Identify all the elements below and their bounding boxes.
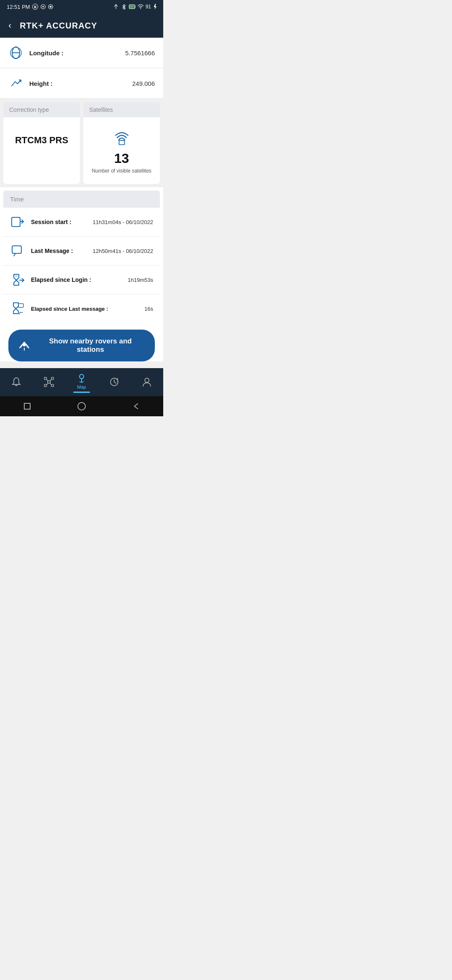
svg-rect-15 — [12, 246, 21, 253]
last-message-row: Last Message : 12h50m41s - 06/10/2022 — [3, 237, 160, 266]
session-start-icon — [10, 214, 25, 230]
time-section: Time Session start : 11h31m04s - 06/10/2… — [3, 191, 160, 323]
svg-rect-20 — [48, 381, 50, 383]
sys-square-button[interactable] — [22, 401, 32, 411]
svg-rect-8 — [130, 5, 134, 8]
satellites-header: Satellites — [83, 102, 160, 117]
sys-back-button[interactable] — [131, 401, 141, 411]
satellite-count: 13 — [114, 151, 129, 166]
height-label: Height : — [29, 80, 132, 87]
svg-rect-23 — [44, 384, 46, 387]
height-row: Height : 249.006 — [0, 68, 163, 99]
back-button[interactable]: ‹ — [8, 20, 11, 31]
height-value: 249.006 — [132, 80, 155, 87]
longitude-row: Longitude : 5.7561666 — [0, 38, 163, 68]
clock-refresh-icon — [109, 377, 120, 387]
last-message-label: Last Message : — [31, 248, 92, 254]
svg-rect-14 — [12, 217, 20, 227]
wifi-icon — [138, 4, 144, 10]
svg-rect-24 — [51, 384, 54, 387]
session-start-value: 11h31m04s - 06/10/2022 — [92, 219, 153, 225]
height-icon — [8, 76, 23, 91]
system-nav — [0, 396, 163, 416]
correction-type-header: Correction type — [3, 102, 80, 117]
correction-type-card: Correction type RTCM3 PRS — [3, 102, 80, 184]
elapsed-message-label: Elapsed since Last message : — [31, 306, 144, 312]
status-time-area: 12:51 PM — [7, 3, 54, 10]
status-bar: 12:51 PM 91 — [0, 0, 163, 13]
status-time: 12:51 PM — [7, 4, 30, 10]
show-nearby-button[interactable]: Show nearby rovers and stations — [8, 330, 155, 361]
svg-line-26 — [50, 379, 51, 382]
svg-point-2 — [42, 6, 44, 8]
svg-rect-13 — [119, 140, 124, 144]
battery-percent: 91 — [146, 4, 151, 10]
correction-type-body: RTCM3 PRS — [3, 117, 80, 163]
app-header: ‹ RTK+ ACCURACY — [0, 13, 163, 38]
satellites-body: 13 Number of visible satellites — [83, 117, 160, 184]
sys-home-button[interactable] — [77, 401, 87, 411]
svg-line-25 — [46, 379, 48, 382]
satellite-label: Number of visible satellites — [92, 168, 152, 174]
nav-map-indicator — [73, 392, 90, 393]
bottom-nav: Map — [0, 368, 163, 396]
page-title: RTK+ ACCURACY — [20, 21, 97, 31]
correction-type-value: RTCM3 PRS — [15, 135, 68, 146]
battery-icon — [129, 4, 136, 9]
last-message-icon — [10, 243, 25, 258]
longitude-icon — [8, 45, 23, 60]
main-content: Longitude : 5.7561666 Height : 249.006 C… — [0, 38, 163, 361]
last-message-value: 12h50m41s - 06/10/2022 — [92, 248, 153, 254]
nav-alerts[interactable] — [0, 377, 33, 389]
svg-point-31 — [145, 378, 149, 382]
longitude-label: Longitude : — [29, 49, 125, 57]
user-icon — [141, 377, 152, 387]
svg-point-9 — [140, 8, 141, 9]
svg-rect-21 — [44, 377, 46, 379]
longitude-value: 5.7561666 — [125, 49, 155, 57]
svg-rect-32 — [24, 403, 30, 409]
satellites-card: Satellites 13 Number of visible satellit… — [83, 102, 160, 184]
elapsed-login-label: Elapsed since Login : — [31, 276, 128, 283]
target-icon — [40, 4, 46, 10]
charging-icon — [153, 4, 157, 10]
bell-icon — [11, 377, 22, 387]
show-nearby-icon — [18, 339, 30, 353]
elapsed-login-value: 1h19m53s — [128, 277, 153, 283]
nodes-icon — [44, 377, 54, 387]
elapsed-login-row: Elapsed since Login : 1h19m53s — [3, 266, 160, 294]
elapsed-message-row: Elapsed since Last message : 16s — [3, 294, 160, 323]
elapsed-login-icon — [10, 272, 25, 287]
time-header: Time — [3, 191, 160, 208]
session-start-row: Session start : 11h31m04s - 06/10/2022 — [3, 208, 160, 237]
record-icon — [48, 4, 54, 10]
nav-profile[interactable] — [131, 377, 163, 389]
svg-rect-22 — [51, 377, 54, 379]
svg-rect-17 — [18, 304, 23, 307]
satellite-signal-icon — [112, 127, 132, 147]
cards-row: Correction type RTCM3 PRS Satellites — [0, 99, 163, 187]
elapsed-message-icon — [10, 301, 25, 316]
elapsed-message-value: 16s — [144, 306, 153, 312]
svg-point-4 — [49, 6, 51, 8]
nav-network[interactable] — [33, 377, 65, 389]
nav-map[interactable]: Map — [65, 372, 98, 393]
bluetooth-icon — [121, 4, 127, 10]
svg-point-29 — [80, 374, 84, 379]
status-icons: 91 — [113, 4, 157, 10]
location-icon — [113, 4, 119, 10]
show-nearby-label: Show nearby rovers and stations — [36, 337, 145, 354]
mute-icon — [32, 3, 39, 10]
nav-history[interactable] — [98, 377, 131, 389]
nav-map-label: Map — [77, 384, 86, 389]
session-start-label: Session start : — [31, 219, 92, 225]
map-pin-icon — [76, 372, 87, 383]
svg-point-33 — [78, 402, 85, 410]
